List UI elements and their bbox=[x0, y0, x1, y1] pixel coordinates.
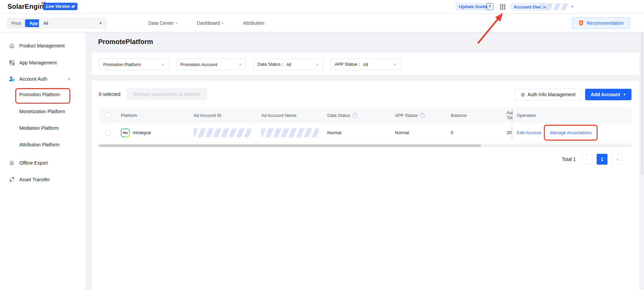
help-icon[interactable]: ? bbox=[486, 3, 493, 10]
cell-balance: 0 bbox=[447, 123, 503, 142]
top-bar: SolarEngine Live Version ⇄ Update Guide … bbox=[0, 0, 644, 14]
edit-account-link[interactable]: Edit Account bbox=[517, 130, 541, 135]
manage-batches-button[interactable]: Manage associations in batches bbox=[127, 88, 207, 100]
accounts-table: Platform Ad Account ID Ad Account Name D… bbox=[99, 107, 631, 143]
table-row: Mtg mintegral Normal Normal 0 20 Edit Ac… bbox=[99, 123, 631, 143]
nav-data-center[interactable]: Data Center ∨ bbox=[148, 20, 178, 26]
data-status-value: All bbox=[286, 62, 291, 67]
app-filter-value: All bbox=[43, 21, 48, 26]
cell-ad-account-id bbox=[190, 123, 257, 142]
table-toolbar-right: ⚙ Auth Info Management Add Account ▼ bbox=[515, 89, 631, 100]
chevron-down-icon: ∨ bbox=[162, 63, 164, 66]
env-switch: Prod App bbox=[7, 18, 43, 29]
sidebar-item-label: App Management bbox=[19, 60, 57, 65]
table-card: 0 selected Manage associations in batche… bbox=[92, 81, 639, 290]
sidebar-subitem-mediation-platform[interactable]: Mediation Platform bbox=[19, 125, 59, 131]
filter-card: Promotion Platform ∨ Promotion Account ∨… bbox=[92, 53, 639, 75]
sidebar-item-product-management[interactable]: Product Management bbox=[0, 39, 86, 53]
sidebar-item-label: Asset Transfer bbox=[19, 177, 50, 182]
nav-dashboard[interactable]: Dashboard ∨ bbox=[197, 20, 224, 26]
pagination-page-1[interactable]: 1 bbox=[597, 154, 607, 165]
promotion-platform-select[interactable]: Promotion Platform ∨ bbox=[99, 59, 169, 70]
col-app-statue: APP Statue ? bbox=[391, 107, 447, 123]
auth-info-management-button[interactable]: ⚙ Auth Info Management bbox=[515, 89, 581, 100]
cell-ad-account-name bbox=[257, 123, 323, 142]
help-circle-icon[interactable]: ? bbox=[420, 113, 425, 118]
select-all-checkbox[interactable] bbox=[105, 112, 111, 118]
vertical-scrollbar-track[interactable] bbox=[641, 33, 643, 289]
vertical-scrollbar-thumb[interactable] bbox=[641, 33, 643, 175]
col-ad-account-name: Ad Account Name bbox=[257, 107, 323, 123]
redacted-account-name bbox=[540, 3, 568, 10]
brand-logo[interactable]: SolarEngine bbox=[7, 3, 48, 11]
platform-name: mintegral bbox=[133, 130, 151, 135]
app-filter-select[interactable]: All ▼ bbox=[39, 18, 107, 29]
sidebar-item-offline-export[interactable]: Offline Export bbox=[0, 156, 86, 170]
live-version-badge[interactable]: Live Version ⇄ bbox=[43, 3, 77, 10]
secondary-nav: Prod App All ▼ Data Center ∨ Dashboard ∨… bbox=[0, 14, 644, 32]
horizontal-scrollbar-track[interactable] bbox=[99, 144, 631, 147]
table-header-row: Platform Ad Account ID Ad Account Name D… bbox=[99, 107, 631, 123]
sidebar-item-label: Product Management bbox=[19, 43, 65, 48]
layers-icon bbox=[9, 43, 15, 49]
sidebar-subitem-attribution-platform[interactable]: Attribution Platform bbox=[19, 142, 60, 147]
app-window: SolarEngine Live Version ⇄ Update Guide … bbox=[0, 0, 644, 290]
caret-down-icon: ▼ bbox=[99, 21, 102, 25]
row-checkbox[interactable] bbox=[105, 130, 111, 136]
data-status-select[interactable]: Data Status： All ∨ bbox=[253, 59, 323, 70]
col-balance: Balance bbox=[447, 107, 503, 123]
redacted-ad-account-id bbox=[194, 128, 251, 137]
cell-app-statue: Normal bbox=[391, 123, 447, 142]
gear-icon: ⚙ bbox=[520, 92, 525, 97]
update-guide-label: Update Guide bbox=[459, 4, 488, 9]
apps-grid-icon[interactable] bbox=[500, 4, 506, 10]
sidebar-subitem-promotion-platform[interactable]: Promotion Platform bbox=[19, 92, 60, 97]
promotion-account-select[interactable]: Promotion Account ∨ bbox=[176, 59, 246, 70]
sidebar-item-account-auth[interactable]: Account Auth ∨ bbox=[0, 72, 86, 86]
sidebar-item-app-management[interactable]: App Management bbox=[0, 56, 86, 69]
chevron-down-icon: ∨ bbox=[239, 63, 242, 66]
app-statue-select[interactable]: APP Statue： All ∨ bbox=[330, 59, 400, 70]
export-download-icon bbox=[9, 160, 15, 166]
cell-platform: Mtg mintegral bbox=[117, 123, 190, 142]
app-grid-icon bbox=[9, 60, 15, 66]
add-account-button[interactable]: Add Account ▼ bbox=[585, 89, 631, 100]
col-operation: Operation bbox=[513, 107, 631, 123]
app-statue-value: All bbox=[363, 62, 368, 67]
col-data-status: Data Status ? bbox=[323, 107, 391, 123]
nav-links: Data Center ∨ Dashboard ∨ Attribution bbox=[148, 14, 264, 32]
page-title: PromotePlatform bbox=[98, 38, 153, 46]
chevron-down-icon: ∨ bbox=[221, 21, 224, 25]
brand-logo-text: SolarEngine bbox=[7, 3, 48, 10]
redacted-ad-account-name bbox=[261, 128, 319, 137]
cell-operation: Edit Account Manage Associations bbox=[513, 123, 631, 142]
pagination-next-button[interactable]: › bbox=[612, 154, 623, 165]
pagination-total: Total 1 bbox=[562, 157, 576, 162]
account-menu-caret-icon[interactable]: ▼ bbox=[571, 5, 574, 8]
col-auth-time-clipped: Auth Time bbox=[503, 107, 513, 123]
chevron-down-icon: ∨ bbox=[393, 63, 396, 66]
selected-count: 0 selected bbox=[99, 91, 120, 97]
recommendation-shield-icon bbox=[578, 20, 584, 26]
manage-associations-link[interactable]: Manage Associations bbox=[550, 130, 592, 135]
recommendation-button[interactable]: Recommendation bbox=[572, 17, 630, 29]
transfer-icon bbox=[9, 177, 15, 183]
topbar-divider bbox=[497, 4, 497, 9]
sidebar-item-asset-transfer[interactable]: Asset Transfer bbox=[0, 173, 86, 186]
mintegral-logo-icon: Mtg bbox=[121, 128, 130, 137]
env-prod-tab[interactable]: Prod bbox=[8, 19, 24, 27]
sidebar-subitem-monetization-platform[interactable]: Monetization Platform bbox=[19, 109, 65, 114]
help-circle-icon[interactable]: ? bbox=[352, 113, 357, 118]
chevron-icon: ∨ bbox=[68, 77, 70, 81]
update-guide-button[interactable]: Update Guide bbox=[456, 3, 491, 11]
chevron-down-icon: ∨ bbox=[316, 63, 319, 66]
sidebar: Product Management App Management bbox=[0, 32, 86, 290]
live-version-label: Live Version ⇄ bbox=[46, 4, 74, 9]
caret-down-icon: ▼ bbox=[623, 93, 626, 96]
pagination-prev-button[interactable]: ‹ bbox=[581, 154, 592, 165]
sidebar-item-label: Offline Export bbox=[19, 160, 48, 166]
col-ad-account-id: Ad Account ID bbox=[190, 107, 257, 123]
nav-attribution[interactable]: Attribution bbox=[243, 20, 264, 26]
sidebar-item-label: Account Auth bbox=[19, 76, 47, 82]
horizontal-scrollbar-thumb[interactable] bbox=[99, 144, 481, 147]
